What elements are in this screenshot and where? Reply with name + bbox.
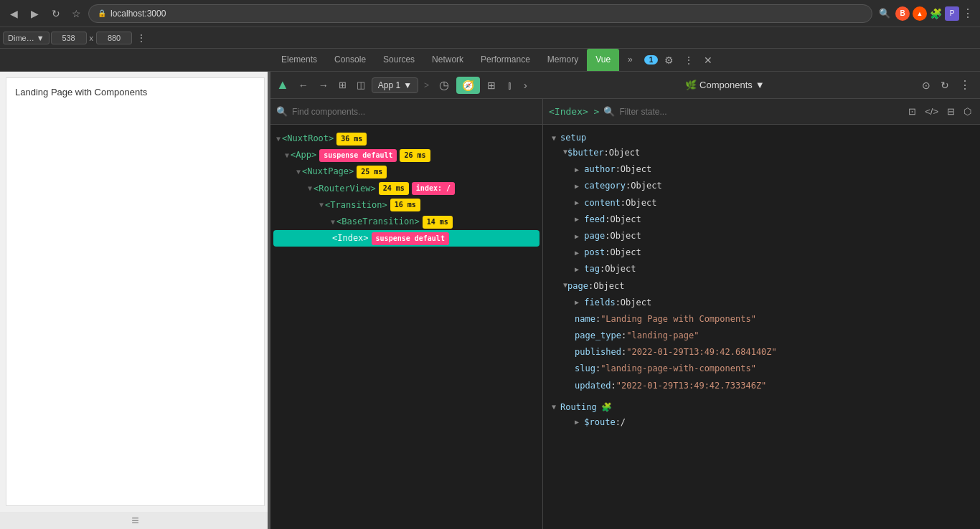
page-slug-item[interactable]: slug : "landing-page-with-components" (552, 361, 971, 377)
tree-item-transition[interactable]: ▼ <Transition> 16 ms (273, 197, 540, 214)
tab-network[interactable]: Network (423, 49, 472, 71)
tag-arrow: ▶ (575, 264, 579, 275)
fields-key: fields (584, 296, 615, 310)
butter-tag-item[interactable]: ▶ tag : Object (552, 261, 971, 277)
tree-item-index[interactable]: <Index> suspense default (273, 230, 540, 247)
vue-target-btn[interactable]: ⊙ (918, 76, 934, 94)
tab-sources[interactable]: Sources (374, 49, 423, 71)
extensions-icon[interactable]: 🧩 (930, 8, 942, 19)
tree-tab-btn[interactable]: ⫿ (503, 77, 517, 94)
page-slug-value: "landing-page-with-components" (600, 362, 756, 376)
device-selector[interactable]: Dime… ▼ (3, 32, 50, 44)
vue-refresh-btn[interactable]: ↻ (937, 76, 953, 94)
state-snapshot-btn[interactable]: ⊡ (905, 105, 919, 118)
devtools-notification-badge: 1 (644, 55, 659, 65)
vue-forward-btn[interactable]: → (315, 77, 332, 93)
state-open-btn[interactable]: ⬡ (961, 105, 974, 118)
nuxtpage-tag: <NuxtPage> (302, 165, 354, 178)
browser-refresh-btn[interactable]: ↻ (47, 5, 65, 22)
route-arrow: ▶ (575, 416, 579, 428)
dimension-controls: Dime… ▼ x (3, 32, 132, 44)
tab-more[interactable]: » (619, 49, 641, 71)
routerview-badge-index: index: / (412, 182, 455, 195)
page-fields-item[interactable]: ▶ fields : Object (552, 295, 971, 311)
page-updated-item[interactable]: updated : "2022-01-29T13:49:42.733346Z" (552, 378, 971, 394)
vue-back-btn[interactable]: ← (295, 77, 312, 93)
transition-badge: 16 ms (390, 199, 420, 211)
tree-item-routerview[interactable]: ▼ <RouterView> 24 ms index: / (273, 181, 540, 197)
routing-section-header[interactable]: ▼ Routing 🧩 (552, 400, 971, 414)
butter-author-item[interactable]: ▶ author : Object (552, 161, 971, 178)
tab-console[interactable]: Console (326, 49, 374, 71)
state-search-input[interactable] (619, 107, 901, 117)
timeline-tab-btn[interactable]: ◷ (435, 75, 453, 95)
browser-back-btn[interactable]: ◀ (6, 5, 22, 22)
nuxtroot-badge: 36 ms (336, 133, 367, 146)
basetransition-arrow: ▼ (331, 216, 335, 228)
tab-memory[interactable]: Memory (539, 49, 587, 71)
butter-post-item[interactable]: ▶ post : Object (552, 244, 971, 261)
component-tab-btn[interactable]: 🧭 (456, 77, 480, 94)
page-published-key: published (575, 345, 621, 359)
vue-inspect-btn[interactable]: ⊞ (335, 77, 350, 92)
tab-vue[interactable]: Vue (587, 49, 619, 71)
tree-item-basetransition[interactable]: ▼ <BaseTransition> 14 ms (273, 214, 540, 230)
tab-elements[interactable]: Elements (273, 49, 326, 71)
devtools-tabs: Elements Console Sources Network Perform… (0, 49, 980, 72)
vue-more-btn[interactable]: ⋮ (956, 76, 974, 94)
butter-item[interactable]: ▼ $butter : Object (552, 145, 971, 161)
page-pagetype-item[interactable]: page_type : "landing-page" (552, 328, 971, 344)
basetransition-badge: 14 ms (423, 216, 453, 229)
search-ext-icon[interactable]: 🔍 (877, 6, 892, 22)
vue-toggle-btn[interactable]: ◫ (353, 77, 369, 92)
profile-icon[interactable]: P (945, 6, 959, 21)
browser-menu-btn[interactable]: ⋮ (962, 6, 974, 20)
height-input[interactable] (96, 32, 132, 44)
bat-icon[interactable]: ▲ (913, 6, 927, 21)
component-search-input[interactable] (292, 107, 537, 117)
devtools-close-btn[interactable]: ✕ (700, 52, 716, 68)
vue-app-selector[interactable]: App 1 ▼ (372, 77, 418, 93)
width-input[interactable] (51, 32, 87, 44)
state-header: <Index> > 🔍 ⊡ </> ⊟ ⬡ (543, 99, 980, 125)
component-tree-content: ▼ <NuxtRoot> 36 ms ▼ <App> suspense defa… (270, 125, 542, 529)
devtools-options-btn[interactable]: ⋮ (136, 32, 146, 44)
nuxtpage-arrow: ▼ (296, 166, 301, 178)
page-updated-value: "2022-01-29T13:49:42.733346Z" (616, 379, 767, 393)
browser-chrome: ◀ ▶ ↻ ☆ 🔒 localhost:3000 🔍 B ▲ 🧩 P ⋮ (0, 0, 980, 27)
component-search-bar: 🔍 (270, 99, 542, 125)
more-tab-btn[interactable]: › (519, 77, 532, 94)
page-pagetype-key: page_type (575, 329, 621, 343)
state-collapse-btn[interactable]: ⊟ (944, 105, 958, 118)
route-item[interactable]: ▶ $route : / (552, 414, 971, 431)
setup-section-header[interactable]: ▼ setup (552, 130, 971, 145)
components-selector[interactable]: 🌿 Components ▼ (685, 80, 765, 90)
page-published-item[interactable]: published : "2022-01-29T13:49:42.684140Z… (552, 344, 971, 361)
butter-content-item[interactable]: ▶ content : Object (552, 195, 971, 211)
browser-forward-btn[interactable]: ▶ (27, 5, 43, 22)
preview-drag-handle[interactable]: ≡ (0, 512, 270, 529)
transition-arrow: ▼ (319, 199, 324, 211)
butter-page-item[interactable]: ▶ page : Object (552, 228, 971, 244)
brave-icon[interactable]: B (895, 6, 910, 21)
devtools-settings-btn[interactable]: ⚙ (661, 52, 677, 68)
tree-item-nuxtpage[interactable]: ▼ <NuxtPage> 25 ms (273, 163, 540, 180)
devtools-more-btn[interactable]: ⋮ (680, 52, 697, 68)
feed-type: Object (610, 213, 641, 227)
grid-tab-btn[interactable]: ⊞ (483, 77, 500, 94)
routing-section: ▼ Routing 🧩 ▶ $route : / (552, 400, 971, 431)
butter-category-item[interactable]: ▶ category : Object (552, 178, 971, 194)
address-bar[interactable]: 🔒 localhost:3000 (88, 4, 872, 23)
tree-item-nuxtroot[interactable]: ▼ <NuxtRoot> 36 ms (273, 130, 540, 147)
state-code-btn[interactable]: </> (922, 105, 941, 118)
preview-title: Landing Page with Components (6, 78, 264, 106)
browser-bookmark-btn[interactable]: ☆ (69, 5, 84, 22)
tree-item-app[interactable]: ▼ <App> suspense default 26 ms (273, 147, 540, 163)
page-updated-key: updated (575, 379, 611, 393)
panel-resize-handle[interactable] (268, 72, 270, 529)
tag-type: Object (605, 262, 636, 276)
tab-performance[interactable]: Performance (472, 49, 539, 71)
butter-feed-item[interactable]: ▶ feed : Object (552, 211, 971, 228)
page-name-item[interactable]: name : "Landing Page with Components" (552, 311, 971, 328)
page-object-item[interactable]: ▼ page : Object (552, 278, 971, 295)
